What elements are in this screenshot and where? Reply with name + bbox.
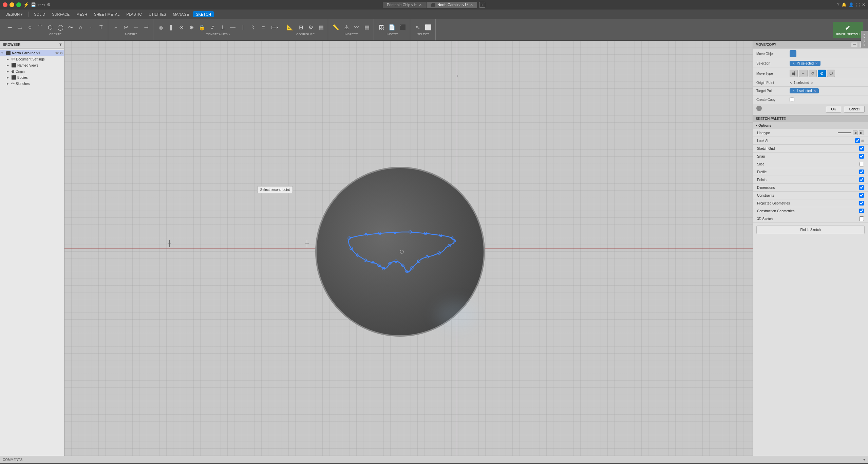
help-icon[interactable]: ? xyxy=(837,2,839,7)
tb-polygon[interactable]: ⬡ xyxy=(45,24,55,31)
slice-checkbox[interactable] xyxy=(859,162,864,166)
menu-solid[interactable]: SOLID xyxy=(31,11,48,17)
tb-trim[interactable]: ✂ xyxy=(121,24,131,31)
tb-point[interactable]: · xyxy=(86,24,96,31)
look-at-checkbox[interactable] xyxy=(855,138,860,143)
tb-rectangle[interactable]: ▭ xyxy=(15,24,24,31)
notification-icon[interactable]: 🔔 xyxy=(842,2,847,7)
ok-button[interactable]: OK xyxy=(826,106,841,113)
origin-clear-btn[interactable]: ✕ xyxy=(811,81,813,85)
tb-sketch-settings[interactable]: ⚙ xyxy=(306,24,316,31)
redo-icon[interactable]: ↪ xyxy=(42,2,45,7)
settings-icon-small[interactable]: ⚙ xyxy=(60,51,63,55)
minimize-button[interactable] xyxy=(10,2,14,7)
move-object-icon[interactable]: ⊹ xyxy=(790,50,796,57)
tb-insert-svg[interactable]: ⬛ xyxy=(398,24,408,31)
save-icon[interactable]: 💾 xyxy=(31,2,36,7)
maximize-button[interactable] xyxy=(16,2,21,7)
projected-checkbox[interactable] xyxy=(859,201,864,206)
menu-design[interactable]: DESIGN ▾ xyxy=(3,11,25,18)
tb-spline[interactable]: 〜 xyxy=(66,24,75,31)
create-copy-checkbox[interactable] xyxy=(790,97,794,102)
finish-sketch-button[interactable]: ✔ FINISH SKETCH xyxy=(833,22,863,38)
tb-select[interactable]: ↖ xyxy=(413,24,422,31)
tb-horizontal[interactable]: — xyxy=(228,24,238,31)
menu-manage[interactable]: MANAGE xyxy=(170,11,192,17)
panel-pin-btn[interactable]: — xyxy=(851,42,858,47)
move-type-rotate[interactable]: ↻ xyxy=(809,70,817,77)
dimensions-checkbox[interactable] xyxy=(859,185,864,190)
menu-surface[interactable]: SURFACE xyxy=(49,11,72,17)
tb-text[interactable]: T xyxy=(96,24,106,31)
move-type-point[interactable]: ⊛ xyxy=(818,70,826,77)
menu-mesh[interactable]: MESH xyxy=(74,11,90,17)
tree-item-sketches[interactable]: ▶ ✏ Sketches xyxy=(0,81,64,87)
tb-fillet[interactable]: ⌐ xyxy=(111,24,120,31)
undo-icon[interactable]: ↩ xyxy=(37,2,41,7)
tb-zebra[interactable]: ▤ xyxy=(362,24,372,31)
tree-item-root[interactable]: ▾ ⬛ North Carolina v1 👁 ⚙ xyxy=(0,50,64,56)
move-type-free[interactable]: ⇶ xyxy=(790,70,798,77)
tb-collinear[interactable]: ∥ xyxy=(166,24,176,31)
profile-checkbox[interactable] xyxy=(859,169,864,174)
linetype-prev[interactable]: ◀ xyxy=(853,130,858,135)
comments-toggle[interactable]: ▾ xyxy=(863,458,865,462)
target-clear-btn[interactable]: ✕ xyxy=(813,89,816,93)
tb-sketch-dimension[interactable]: 📐 xyxy=(285,24,295,31)
canvas-area[interactable]: Select second point + xyxy=(64,41,753,456)
move-type-face[interactable]: ⬡ xyxy=(827,70,835,77)
tb-equal[interactable]: = xyxy=(259,24,268,31)
selection-clear-btn[interactable]: ✕ xyxy=(815,61,818,65)
cancel-button[interactable]: Cancel xyxy=(844,106,865,113)
tab-close[interactable]: ✕ xyxy=(470,3,473,7)
constraints-checkbox[interactable] xyxy=(859,193,864,198)
tree-item-bodies[interactable]: ▶ ⬛ Bodies xyxy=(0,74,64,81)
tb-conic[interactable]: ∩ xyxy=(76,24,86,31)
visibility-icon[interactable]: 👁 xyxy=(55,51,59,55)
tb-concentric[interactable]: ⊙ xyxy=(176,24,186,31)
linetype-next[interactable]: ▶ xyxy=(859,130,864,135)
tb-select-box[interactable]: ⬜ xyxy=(423,24,433,31)
construction-checkbox[interactable] xyxy=(859,209,864,213)
close-button[interactable] xyxy=(3,2,7,7)
tab-close[interactable]: ✕ xyxy=(419,3,422,7)
tb-extend[interactable]: ↔ xyxy=(131,24,141,31)
tb-circle[interactable]: ○ xyxy=(25,24,35,31)
tree-item-doc-settings[interactable]: ▶ ⚙ Document Settings xyxy=(0,56,64,62)
tb-midpoint[interactable]: ⊕ xyxy=(187,24,196,31)
look-at-icon[interactable]: ⊞ xyxy=(861,139,864,143)
tb-symmetric[interactable]: ⟺ xyxy=(269,24,280,31)
options-section-header[interactable]: ▾ Options xyxy=(753,122,868,129)
tb-curvature[interactable]: 〰 xyxy=(352,24,361,31)
tb-parallel[interactable]: ⫽ xyxy=(208,24,217,31)
menu-plastic[interactable]: PLASTIC xyxy=(124,11,145,17)
tb-line[interactable]: ⊸ xyxy=(5,24,14,31)
settings-icon[interactable]: ⚙ xyxy=(47,2,51,7)
tb-fix[interactable]: 🔒 xyxy=(197,24,207,31)
3d-sketch-checkbox[interactable] xyxy=(859,216,864,221)
tb-perpendicular[interactable]: ⊥ xyxy=(218,24,227,31)
tab-printable-chip[interactable]: Printable Chip v1* ✕ xyxy=(383,2,426,8)
user-icon[interactable]: 👤 xyxy=(849,2,854,7)
tb-ellipse[interactable]: ◯ xyxy=(56,24,65,31)
tb-sketch-auto[interactable]: ▤ xyxy=(316,24,326,31)
tb-insert-image[interactable]: 🖼 xyxy=(377,24,386,31)
tree-item-origin[interactable]: ▶ ⊕ Origin xyxy=(0,68,64,74)
tb-coincident[interactable]: ◎ xyxy=(156,24,166,31)
tb-measure[interactable]: 📏 xyxy=(331,24,341,31)
tb-arc[interactable]: ⌒ xyxy=(35,24,45,31)
move-type-along[interactable]: → xyxy=(799,70,808,77)
new-tab-button[interactable]: + xyxy=(479,2,485,8)
menu-sheet-metal[interactable]: SHEET METAL xyxy=(91,11,122,17)
finish-sketch-palette-btn[interactable]: Finish Sketch xyxy=(756,226,865,234)
info-icon[interactable]: i xyxy=(756,106,762,111)
window-close-icon[interactable]: ✕ xyxy=(862,2,865,7)
points-checkbox[interactable] xyxy=(859,177,864,182)
tb-insert-dxf[interactable]: 📄 xyxy=(387,24,397,31)
menu-sketch[interactable]: SKETCH xyxy=(193,11,214,17)
tab-north-carolina[interactable]: ⬛ North Carolina v1* ✕ xyxy=(427,2,477,8)
expand-icon[interactable]: ⛶ xyxy=(856,2,860,7)
sketch-grid-checkbox[interactable] xyxy=(859,146,864,151)
tb-sketch-grid[interactable]: ⊞ xyxy=(296,24,305,31)
tree-item-named-views[interactable]: ▶ ⬛ Named Views xyxy=(0,62,64,68)
